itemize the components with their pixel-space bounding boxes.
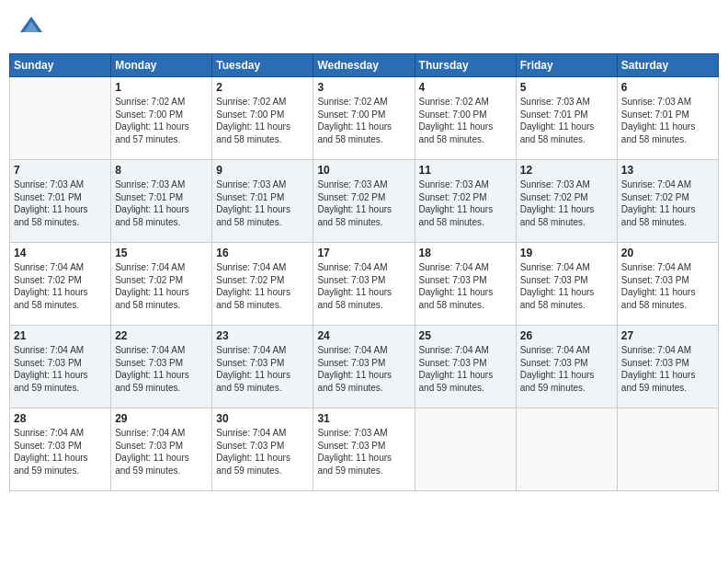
calendar-cell: 1Sunrise: 7:02 AMSunset: 7:00 PMDaylight… [111, 77, 212, 160]
day-number: 17 [317, 247, 410, 259]
calendar-cell: 22Sunrise: 7:04 AMSunset: 7:03 PMDayligh… [111, 326, 212, 408]
calendar-cell: 27Sunrise: 7:04 AMSunset: 7:03 PMDayligh… [617, 326, 718, 408]
calendar-cell: 8Sunrise: 7:03 AMSunset: 7:01 PMDaylight… [111, 160, 212, 243]
calendar-week-row: 14Sunrise: 7:04 AMSunset: 7:02 PMDayligh… [10, 243, 719, 326]
day-info: Sunrise: 7:03 AMSunset: 7:02 PMDaylight:… [317, 178, 410, 228]
calendar-week-row: 7Sunrise: 7:03 AMSunset: 7:01 PMDaylight… [10, 160, 719, 243]
logo-icon [18, 14, 44, 40]
weekday-header-wednesday: Wednesday [313, 54, 415, 77]
calendar-cell: 16Sunrise: 7:04 AMSunset: 7:02 PMDayligh… [212, 243, 313, 326]
day-number: 16 [216, 247, 309, 259]
calendar-cell: 21Sunrise: 7:04 AMSunset: 7:03 PMDayligh… [10, 326, 111, 408]
day-info: Sunrise: 7:03 AMSunset: 7:01 PMDaylight:… [115, 178, 208, 228]
calendar-cell: 3Sunrise: 7:02 AMSunset: 7:00 PMDaylight… [313, 77, 415, 160]
weekday-header-thursday: Thursday [415, 54, 516, 77]
day-number: 7 [14, 164, 107, 177]
day-number: 26 [520, 329, 613, 342]
day-number: 27 [621, 329, 714, 342]
day-number: 12 [520, 164, 613, 177]
day-info: Sunrise: 7:04 AMSunset: 7:02 PMDaylight:… [115, 261, 208, 311]
day-info: Sunrise: 7:04 AMSunset: 7:02 PMDaylight:… [14, 261, 107, 311]
day-number: 28 [14, 412, 107, 425]
day-number: 22 [115, 329, 208, 342]
calendar-cell: 31Sunrise: 7:03 AMSunset: 7:03 PMDayligh… [313, 408, 415, 491]
calendar-cell: 12Sunrise: 7:03 AMSunset: 7:02 PMDayligh… [516, 160, 617, 243]
day-number: 9 [216, 164, 309, 177]
calendar-cell: 5Sunrise: 7:03 AMSunset: 7:01 PMDaylight… [516, 77, 617, 160]
calendar-cell: 17Sunrise: 7:04 AMSunset: 7:03 PMDayligh… [313, 243, 415, 326]
day-info: Sunrise: 7:04 AMSunset: 7:03 PMDaylight:… [520, 344, 613, 394]
calendar-cell [617, 408, 718, 491]
day-info: Sunrise: 7:03 AMSunset: 7:01 PMDaylight:… [216, 178, 309, 228]
day-number: 25 [419, 329, 512, 342]
calendar-cell: 13Sunrise: 7:04 AMSunset: 7:02 PMDayligh… [617, 160, 718, 243]
day-number: 24 [317, 329, 410, 342]
weekday-header-saturday: Saturday [617, 54, 718, 77]
day-number: 6 [621, 81, 714, 94]
day-number: 10 [317, 164, 410, 177]
calendar-cell: 9Sunrise: 7:03 AMSunset: 7:01 PMDaylight… [212, 160, 313, 243]
day-info: Sunrise: 7:03 AMSunset: 7:01 PMDaylight:… [520, 96, 613, 145]
day-number: 5 [520, 81, 613, 94]
logo [18, 14, 48, 40]
day-info: Sunrise: 7:03 AMSunset: 7:02 PMDaylight:… [520, 178, 613, 228]
calendar-cell: 26Sunrise: 7:04 AMSunset: 7:03 PMDayligh… [516, 326, 617, 408]
calendar-cell: 7Sunrise: 7:03 AMSunset: 7:01 PMDaylight… [10, 160, 111, 243]
day-number: 20 [621, 247, 714, 259]
day-info: Sunrise: 7:04 AMSunset: 7:03 PMDaylight:… [317, 344, 410, 394]
day-info: Sunrise: 7:02 AMSunset: 7:00 PMDaylight:… [317, 96, 410, 145]
day-number: 18 [419, 247, 512, 259]
day-number: 19 [520, 247, 613, 259]
calendar-cell [10, 77, 111, 160]
day-info: Sunrise: 7:04 AMSunset: 7:03 PMDaylight:… [520, 261, 613, 311]
calendar-week-row: 21Sunrise: 7:04 AMSunset: 7:03 PMDayligh… [10, 326, 719, 408]
day-info: Sunrise: 7:04 AMSunset: 7:03 PMDaylight:… [14, 427, 107, 477]
day-info: Sunrise: 7:04 AMSunset: 7:03 PMDaylight:… [216, 344, 309, 394]
day-number: 15 [115, 247, 208, 259]
calendar-week-row: 28Sunrise: 7:04 AMSunset: 7:03 PMDayligh… [10, 408, 719, 491]
day-info: Sunrise: 7:04 AMSunset: 7:02 PMDaylight:… [216, 261, 309, 311]
day-info: Sunrise: 7:03 AMSunset: 7:02 PMDaylight:… [419, 178, 512, 228]
day-info: Sunrise: 7:04 AMSunset: 7:03 PMDaylight:… [419, 344, 512, 394]
day-number: 4 [419, 81, 512, 94]
page-header [9, 9, 719, 44]
day-info: Sunrise: 7:04 AMSunset: 7:03 PMDaylight:… [115, 427, 208, 477]
day-info: Sunrise: 7:02 AMSunset: 7:00 PMDaylight:… [216, 96, 309, 145]
day-number: 29 [115, 412, 208, 425]
calendar-cell: 14Sunrise: 7:04 AMSunset: 7:02 PMDayligh… [10, 243, 111, 326]
day-number: 23 [216, 329, 309, 342]
weekday-header-friday: Friday [516, 54, 617, 77]
day-number: 31 [317, 412, 410, 425]
day-number: 2 [216, 81, 309, 94]
calendar-cell: 29Sunrise: 7:04 AMSunset: 7:03 PMDayligh… [111, 408, 212, 491]
day-info: Sunrise: 7:04 AMSunset: 7:02 PMDaylight:… [621, 178, 714, 228]
day-info: Sunrise: 7:04 AMSunset: 7:03 PMDaylight:… [317, 261, 410, 311]
day-info: Sunrise: 7:03 AMSunset: 7:01 PMDaylight:… [14, 178, 107, 228]
weekday-header-row: SundayMondayTuesdayWednesdayThursdayFrid… [10, 54, 719, 77]
calendar-cell: 20Sunrise: 7:04 AMSunset: 7:03 PMDayligh… [617, 243, 718, 326]
calendar-cell: 4Sunrise: 7:02 AMSunset: 7:00 PMDaylight… [415, 77, 516, 160]
day-info: Sunrise: 7:03 AMSunset: 7:01 PMDaylight:… [621, 96, 714, 145]
day-info: Sunrise: 7:02 AMSunset: 7:00 PMDaylight:… [419, 96, 512, 145]
day-number: 21 [14, 329, 107, 342]
calendar-cell: 11Sunrise: 7:03 AMSunset: 7:02 PMDayligh… [415, 160, 516, 243]
day-number: 30 [216, 412, 309, 425]
day-info: Sunrise: 7:04 AMSunset: 7:03 PMDaylight:… [621, 261, 714, 311]
weekday-header-tuesday: Tuesday [212, 54, 313, 77]
weekday-header-sunday: Sunday [10, 54, 111, 77]
day-info: Sunrise: 7:02 AMSunset: 7:00 PMDaylight:… [115, 96, 208, 145]
calendar-cell: 18Sunrise: 7:04 AMSunset: 7:03 PMDayligh… [415, 243, 516, 326]
day-info: Sunrise: 7:04 AMSunset: 7:03 PMDaylight:… [216, 427, 309, 477]
day-info: Sunrise: 7:04 AMSunset: 7:03 PMDaylight:… [621, 344, 714, 394]
calendar-cell [516, 408, 617, 491]
calendar-cell: 25Sunrise: 7:04 AMSunset: 7:03 PMDayligh… [415, 326, 516, 408]
calendar-week-row: 1Sunrise: 7:02 AMSunset: 7:00 PMDaylight… [10, 77, 719, 160]
calendar-cell [415, 408, 516, 491]
calendar-cell: 28Sunrise: 7:04 AMSunset: 7:03 PMDayligh… [10, 408, 111, 491]
calendar-cell: 30Sunrise: 7:04 AMSunset: 7:03 PMDayligh… [212, 408, 313, 491]
calendar-cell: 2Sunrise: 7:02 AMSunset: 7:00 PMDaylight… [212, 77, 313, 160]
calendar-cell: 23Sunrise: 7:04 AMSunset: 7:03 PMDayligh… [212, 326, 313, 408]
day-info: Sunrise: 7:03 AMSunset: 7:03 PMDaylight:… [317, 427, 410, 477]
calendar-cell: 15Sunrise: 7:04 AMSunset: 7:02 PMDayligh… [111, 243, 212, 326]
calendar-cell: 10Sunrise: 7:03 AMSunset: 7:02 PMDayligh… [313, 160, 415, 243]
